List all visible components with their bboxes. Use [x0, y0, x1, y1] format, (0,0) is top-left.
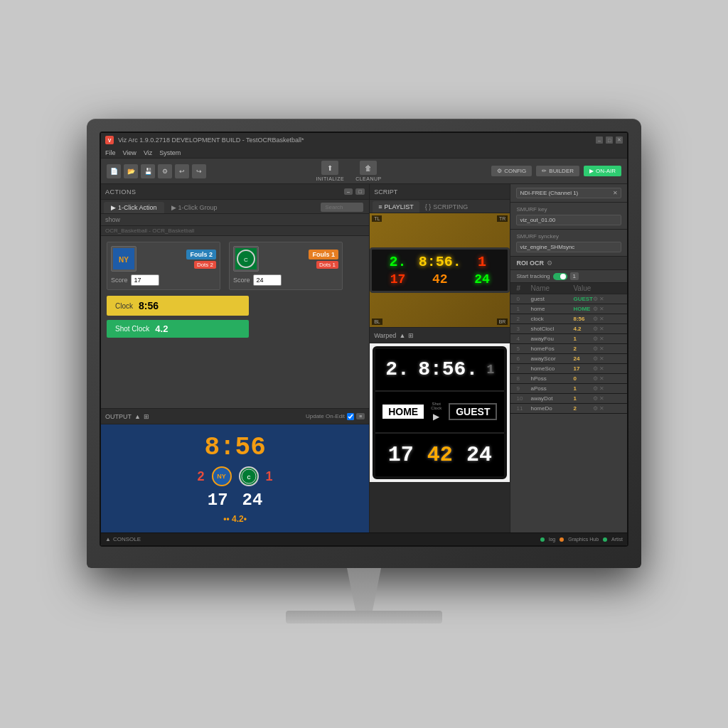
minimize-button[interactable]: –: [596, 136, 603, 144]
roi-row[interactable]: 6 awayScor 24 ⚙ ✕: [510, 354, 627, 364]
output-settings[interactable]: ≡: [356, 413, 365, 419]
panel-ctrl1[interactable]: –: [344, 188, 353, 195]
status-indicators: log Graphics Hub Artist: [540, 537, 623, 542]
warped-expand-icon[interactable]: ▲: [399, 332, 405, 339]
output-expand-icon[interactable]: ▲: [134, 413, 141, 420]
roi-close-icon[interactable]: ✕: [599, 296, 604, 302]
main-toolbar: 📄 📂 💾 ⚙ ↩ ↪ ⬆ INITIALIZE 🗑: [101, 159, 627, 184]
roi-row-num: 5: [516, 346, 530, 352]
roi-ocr-gear-icon[interactable]: ⚙: [547, 259, 552, 267]
team2-score-input[interactable]: [253, 274, 282, 286]
search-input[interactable]: [321, 203, 363, 212]
roi-gear-icon[interactable]: ⚙: [593, 395, 598, 402]
roi-row[interactable]: 5 homeFos 2 ⚙ ✕: [510, 344, 627, 354]
roi-row[interactable]: 4 awayFou 1 ⚙ ✕: [510, 334, 627, 344]
menu-system[interactable]: System: [159, 149, 181, 156]
panel-ctrl2[interactable]: □: [355, 188, 365, 195]
roi-row[interactable]: 2 clock 8:56 ⚙ ✕: [510, 314, 627, 324]
roi-gear-icon[interactable]: ⚙: [593, 405, 598, 412]
toolbar-btn4[interactable]: ⚙: [158, 164, 172, 178]
scoreboard-bg: 2. 8:56. 1 17: [370, 213, 510, 327]
roi-gear-icon[interactable]: ⚙: [593, 326, 598, 332]
roi-close-icon[interactable]: ✕: [599, 355, 604, 362]
smurf-key-input[interactable]: viz_out_01.00: [516, 215, 621, 225]
menu-file[interactable]: File: [105, 149, 116, 156]
sb-cell-topcenter: 8:56.: [419, 254, 461, 270]
roi-gear-icon[interactable]: ⚙: [593, 336, 598, 342]
roi-gear-icon[interactable]: ⚙: [593, 365, 598, 372]
team1-score-input[interactable]: [131, 274, 159, 286]
screen: V Viz Arc 1.9.0.2718 DEVELOPMENT BUILD -…: [100, 132, 628, 547]
roi-close-icon[interactable]: ✕: [599, 365, 604, 372]
redo-button[interactable]: ↪: [192, 164, 206, 178]
roi-row[interactable]: 0 guest GUEST ⚙ ✕: [510, 294, 627, 304]
tab-1click-action[interactable]: ▶ 1-Click Action: [104, 202, 164, 213]
close-button[interactable]: ✕: [616, 136, 623, 144]
roi-row-num: 9: [516, 385, 530, 392]
roi-gear-icon[interactable]: ⚙: [593, 296, 598, 302]
maximize-button[interactable]: □: [606, 136, 613, 144]
roi-close-icon[interactable]: ✕: [599, 346, 604, 352]
roi-ocr-header: ROI OCR ⚙: [510, 257, 627, 270]
roi-close-icon[interactable]: ✕: [599, 326, 604, 332]
roi-close-icon[interactable]: ✕: [599, 306, 604, 312]
roi-close-icon[interactable]: ✕: [599, 375, 604, 382]
roi-row-name: awayDot: [530, 395, 573, 402]
undo-button[interactable]: ↩: [175, 164, 189, 178]
shot-clock-value: 4.2: [155, 323, 168, 334]
roi-table-header: # Name Value: [510, 283, 627, 294]
builder-button[interactable]: ✏ BUILDER: [536, 166, 579, 176]
sb-midleft: 17: [390, 272, 406, 287]
roi-row-value: 2: [573, 346, 593, 352]
roi-gear-icon[interactable]: ⚙: [593, 316, 598, 322]
on-air-icon: ▶: [589, 168, 594, 174]
show-label: show: [101, 214, 369, 226]
sb-midright: 24: [474, 272, 490, 287]
roi-gear-icon[interactable]: ⚙: [593, 375, 598, 382]
roi-close-icon[interactable]: ✕: [599, 385, 604, 392]
roi-row[interactable]: 1 home HOME ⚙ ✕: [510, 304, 627, 314]
roi-close-icon[interactable]: ✕: [599, 316, 604, 322]
output-team1-score: 17: [208, 491, 228, 510]
cleanup-button[interactable]: 🗑 CLEANUP: [355, 161, 382, 181]
roi-gear-icon[interactable]: ⚙: [593, 306, 598, 312]
ndi-close-icon[interactable]: ✕: [613, 190, 618, 196]
save-button[interactable]: 💾: [141, 164, 155, 178]
roi-gear-icon[interactable]: ⚙: [593, 385, 598, 392]
menu-viz[interactable]: Viz: [144, 149, 152, 156]
roi-gear-icon[interactable]: ⚙: [593, 355, 598, 362]
update-on-edit-checkbox[interactable]: [347, 413, 354, 420]
roi-close-icon[interactable]: ✕: [599, 336, 604, 342]
tracking-toggle[interactable]: [553, 273, 567, 280]
roi-gear-icon[interactable]: ⚙: [593, 346, 598, 352]
roi-row[interactable]: 8 hPoss 0 ⚙ ✕: [510, 374, 627, 384]
app-logo: V: [105, 136, 114, 144]
new-button[interactable]: 📄: [107, 164, 121, 178]
roi-row[interactable]: 7 homeSco 17 ⚙ ✕: [510, 364, 627, 374]
menu-bar: File View Viz System: [101, 147, 627, 159]
initialize-button[interactable]: ⬆ INITIALIZE: [316, 161, 345, 181]
roi-close-icon[interactable]: ✕: [599, 405, 604, 412]
roi-row[interactable]: 10 awayDot 1 ⚙ ✕: [510, 394, 627, 404]
status-dot-log: [540, 537, 545, 542]
corner-br: BR: [497, 318, 508, 325]
roi-row[interactable]: 11 homeDo 2 ⚙ ✕: [510, 404, 627, 414]
output-icon2[interactable]: ⊞: [144, 413, 149, 420]
ndi-input[interactable]: NDI-FREE (Channel 1) ✕: [516, 188, 621, 198]
roi-row-value: 1: [573, 336, 593, 342]
team2-fouls-label: Fouls: [312, 251, 329, 258]
tab-scripting[interactable]: { } SCRIPTING: [419, 201, 474, 213]
roi-row[interactable]: 9 aPoss 1 ⚙ ✕: [510, 384, 627, 394]
warped-icon2[interactable]: ⊞: [408, 332, 414, 339]
menu-view[interactable]: View: [123, 149, 136, 156]
console-label[interactable]: ▲ CONSOLE: [105, 536, 141, 542]
tab-playlist[interactable]: ≡ PLAYLIST: [373, 201, 419, 213]
roi-close-icon[interactable]: ✕: [599, 395, 604, 402]
roi-row[interactable]: 3 shotClocl 4.2 ⚙ ✕: [510, 324, 627, 334]
tab-1click-group[interactable]: ▶ 1-Click Group: [164, 202, 225, 213]
smurf-synckey-input[interactable]: viz_engine_SHMsync: [516, 242, 621, 252]
open-button[interactable]: 📂: [124, 164, 138, 178]
on-air-button[interactable]: ▶ ON-AIR: [584, 166, 621, 176]
sb-topleft-num: 2.: [389, 254, 406, 270]
config-button[interactable]: ⚙ CONFIG: [491, 166, 532, 176]
